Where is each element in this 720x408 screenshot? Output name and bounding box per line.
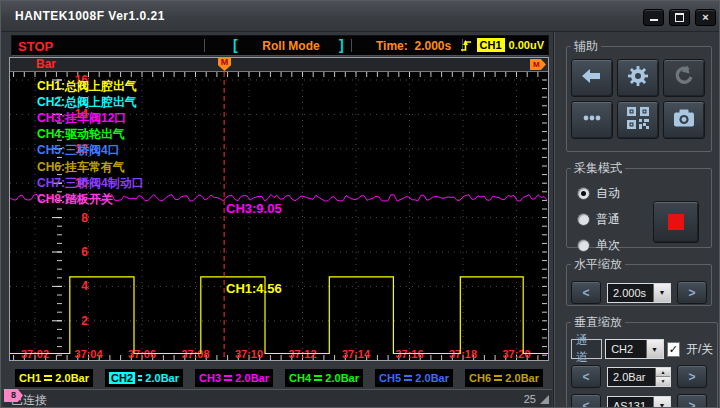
toolbar-divider (351, 39, 352, 52)
minimize-icon (650, 19, 658, 21)
aux-group-title: 辅助 (571, 38, 601, 55)
radio-icon[interactable] (577, 239, 590, 252)
stop-indicator[interactable]: STOP (18, 39, 53, 54)
mode-bracket-right-icon: ] (339, 37, 344, 53)
close-button[interactable]: × (695, 9, 716, 26)
app-window: HANTEK1008F Ver1.0.21 × STOP [ Roll Mode… (0, 0, 720, 408)
channel-legend-ch4: CH4:驱动轮出气 (37, 127, 125, 141)
channel-id-label: CH4 (289, 372, 311, 384)
toolbar: STOP [ Roll Mode ] Time: 2.000s CH1 0.00… (11, 35, 549, 56)
camera-icon (671, 106, 697, 134)
channel-status-ch6[interactable]: CH62.0Bar (465, 369, 543, 387)
mode-label: Roll Mode (244, 39, 338, 53)
channel-button[interactable]: 通道 (571, 339, 602, 359)
channel-scale-value: 2.0Bar (235, 372, 269, 384)
channel-status-ch4[interactable]: CH42.0Bar (285, 369, 363, 387)
time-readout: Time: 2.000s (376, 39, 451, 53)
back-arrow-button[interactable] (571, 59, 613, 97)
channel-onoff-checkbox[interactable]: ✓ (667, 342, 680, 357)
trigger-edge-icon (460, 38, 473, 52)
spin-down-icon: ▼ (656, 377, 670, 386)
channel-status-ch3[interactable]: CH32.0Bar (195, 369, 273, 387)
trigger-channel-badge[interactable]: CH1 (477, 38, 505, 52)
range-increase-button[interactable]: > (677, 365, 707, 388)
channel-status-ch2[interactable]: CH22.0Bar (105, 369, 183, 387)
timebase-increase-button[interactable]: > (677, 281, 707, 304)
model-increase-button[interactable]: > (677, 394, 707, 408)
scope-plot[interactable]: 16141210864237:0237:0437:0637:0837:1037:… (10, 72, 548, 360)
scope-region: STOP [ Roll Mode ] Time: 2.000s CH1 0.00… (3, 33, 552, 407)
gear-button[interactable] (617, 59, 659, 97)
channel-scale-value: 2.0Bar (55, 372, 89, 384)
resize-grip[interactable] (540, 395, 549, 404)
channel-legend-ch1: CH1:总阀上腔出气 (37, 79, 137, 93)
trigger-right-marker[interactable]: M (530, 59, 546, 70)
dropdown-arrow-icon[interactable]: ▼ (653, 284, 670, 302)
undo-icon (672, 64, 696, 92)
range-spinner[interactable]: 2.0Bar ▲▼ (607, 367, 671, 387)
channel-scale-value: 2.0Bar (145, 372, 179, 384)
horizontal-zoom-title: 水平缩放 (571, 256, 625, 273)
channel-status-ch5[interactable]: CH52.0Bar (375, 369, 453, 387)
dc-coupling-icon (138, 375, 142, 381)
range-decrease-button[interactable]: < (571, 365, 601, 388)
svg-text:8: 8 (81, 211, 88, 225)
svg-text:4: 4 (81, 279, 88, 293)
measurement-readout: CH1:4.56 (226, 281, 282, 296)
trigger-time-marker[interactable]: M (218, 58, 231, 71)
title-bar: HANTEK1008F Ver1.0.21 × (1, 1, 720, 32)
channel-status-row: CH12.0BarCH22.0BarCH32.0BarCH42.0BarCH52… (15, 369, 543, 389)
spinner-buttons[interactable]: ▲▼ (655, 368, 670, 386)
channel-legend-ch6: CH6:挂车常有气 (37, 160, 125, 174)
scope-ruler: Bar M M (10, 58, 548, 72)
svg-text:2: 2 (81, 314, 88, 328)
aux-group: 辅助 (566, 38, 712, 152)
horizontal-zoom-group: 水平缩放 < 2.000s ▼ > (566, 256, 712, 306)
spin-up-icon: ▲ (656, 368, 670, 378)
acquisition-group-title: 采集模式 (571, 160, 625, 177)
acq-option-2[interactable]: 单次 (577, 237, 639, 254)
close-icon: × (702, 12, 708, 23)
qr-code-button[interactable] (617, 101, 659, 139)
dropdown-arrow-icon[interactable]: ▼ (653, 397, 670, 408)
unit-label: Bar (36, 58, 56, 71)
acq-option-0[interactable]: 自动 (577, 185, 639, 202)
dropdown-arrow-icon[interactable]: ▼ (646, 340, 663, 358)
mode-bracket-left-icon: [ (233, 37, 238, 53)
channel-select[interactable]: CH2 ▼ (605, 339, 663, 359)
channel-onoff-label: 开/关 (686, 341, 713, 358)
radio-icon[interactable] (577, 187, 590, 200)
window-controls: × (643, 9, 716, 26)
gear-icon (626, 64, 650, 92)
qr-code-icon (626, 106, 650, 134)
channel-status-ch1[interactable]: CH12.0Bar (15, 369, 93, 387)
svg-text:37:10: 37:10 (235, 348, 263, 360)
trigger-level-value: 0.00uV (509, 39, 544, 51)
timebase-decrease-button[interactable]: < (571, 281, 601, 304)
control-panel: 辅助 采集模式 自动普通单次 水平缩放 < 2.000s ▼ > 垂直缩放 通道 (553, 32, 720, 408)
radio-label: 单次 (596, 237, 620, 254)
channel-legend-ch5: CH5:三桥阀4口 (37, 143, 120, 157)
svg-text:37:04: 37:04 (74, 348, 103, 360)
radio-label: 自动 (596, 185, 620, 202)
run-stop-button[interactable] (653, 201, 699, 243)
svg-text:6: 6 (81, 245, 88, 259)
aux-buttons (571, 59, 707, 139)
radio-icon[interactable] (577, 213, 590, 226)
ellipsis-button[interactable] (571, 101, 613, 139)
camera-button[interactable] (663, 101, 705, 139)
acq-option-1[interactable]: 普通 (577, 211, 639, 228)
dc-coupling-icon (224, 375, 232, 381)
model-decrease-button[interactable]: < (571, 394, 601, 408)
model-select[interactable]: AS131 ▼ (607, 396, 671, 408)
timebase-select[interactable]: 2.000s ▼ (607, 283, 671, 303)
maximize-button[interactable] (669, 9, 690, 26)
channel-scale-value: 2.0Bar (415, 372, 449, 384)
channel-legend-ch3: CH3:挂车阀12口 (37, 111, 126, 125)
dc-coupling-icon (314, 375, 322, 381)
channel-legend-ch8: CH8:踏板开关 (37, 192, 113, 206)
window-title: HANTEK1008F Ver1.0.21 (15, 9, 165, 23)
minimize-button[interactable] (643, 9, 664, 26)
dc-coupling-icon (44, 375, 52, 381)
dc-coupling-icon (494, 375, 502, 381)
